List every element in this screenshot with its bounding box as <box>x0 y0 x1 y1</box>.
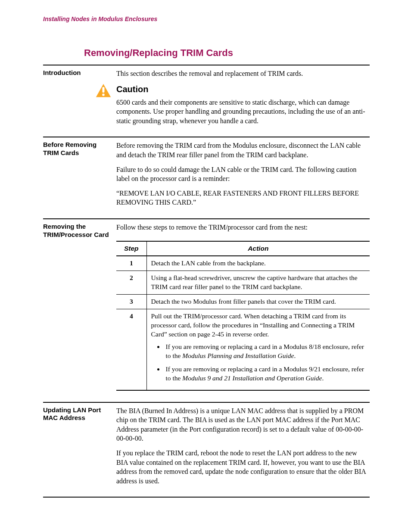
before-p1: Before removing the TRIM card from the M… <box>116 141 370 159</box>
updating-p2: If you replace the TRIM card, reboot the… <box>116 448 370 485</box>
svg-point-2 <box>102 93 105 96</box>
intro-content: This section describes the removal and r… <box>116 69 370 131</box>
step-num: 1 <box>116 256 146 271</box>
before-content: Before removing the TRIM card from the M… <box>116 141 370 212</box>
b2-post: . <box>322 374 324 382</box>
step-num: 2 <box>116 271 146 295</box>
caution-heading: Caution <box>116 84 370 95</box>
running-header: Installing Nodes in Modulus Enclosures <box>43 16 370 22</box>
b1-italic: Modulus Planning and Installation Guide <box>182 352 294 359</box>
step4-text: Pull out the TRIM/processor card. When d… <box>151 312 355 338</box>
b2-italic: Modulus 9 and 21 Installation and Operat… <box>182 374 322 382</box>
svg-rect-1 <box>103 87 105 93</box>
updating-p1: The BIA (Burned In Address) is a unique … <box>116 406 370 443</box>
removing-intro: Follow these steps to remove the TRIM/pr… <box>116 223 370 232</box>
step-action: Using a flat-head screwdriver, unscrew t… <box>146 271 370 295</box>
removing-block: Removing the TRIM/Processor Card Follow … <box>43 218 370 396</box>
bottom-rule <box>43 497 370 498</box>
table-row: 1 Detach the LAN cable from the backplan… <box>116 256 370 271</box>
intro-text: This section describes the removal and r… <box>116 69 370 78</box>
caution-text: 6500 cards and their components are sens… <box>116 98 370 126</box>
intro-block: Introduction This section describes the … <box>43 65 370 131</box>
step-action: Detach the two Modulus front filler pane… <box>146 295 370 309</box>
step-action: Detach the LAN cable from the backplane. <box>146 256 370 271</box>
list-item: If you are removing or replacing a card … <box>164 365 366 383</box>
b1-post: . <box>294 352 296 359</box>
table-row: 2 Using a flat-head screwdriver, unscrew… <box>116 271 370 295</box>
step-num: 3 <box>116 295 146 309</box>
list-item: If you are removing or replacing a card … <box>164 342 366 361</box>
th-action: Action <box>146 241 370 256</box>
step-num: 4 <box>116 309 146 390</box>
table-row: 4 Pull out the TRIM/processor card. When… <box>116 309 370 390</box>
removing-content: Follow these steps to remove the TRIM/pr… <box>116 223 370 396</box>
updating-block: Updating LAN Port MAC Address The BIA (B… <box>43 402 370 491</box>
before-block: Before Removing TRIM Cards Before removi… <box>43 137 370 212</box>
step-action: Pull out the TRIM/processor card. When d… <box>146 309 370 390</box>
before-sidehead: Before Removing TRIM Cards <box>43 141 116 212</box>
before-p2: Failure to do so could damage the LAN ca… <box>116 165 370 184</box>
removing-sidehead: Removing the TRIM/Processor Card <box>43 223 116 396</box>
intro-sidehead: Introduction <box>43 69 116 131</box>
th-step: Step <box>116 241 146 256</box>
before-p3: “REMOVE LAN I/O CABLE, REAR FASTENERS AN… <box>116 189 370 207</box>
steps-table: Step Action 1 Detach the LAN cable from … <box>116 241 370 391</box>
updating-sidehead: Updating LAN Port MAC Address <box>43 406 116 491</box>
caution-icon <box>95 83 112 98</box>
updating-content: The BIA (Burned In Address) is a unique … <box>116 406 370 491</box>
section-title: Removing/Replacing TRIM Cards <box>84 47 370 59</box>
table-row: 3 Detach the two Modulus front filler pa… <box>116 295 370 309</box>
